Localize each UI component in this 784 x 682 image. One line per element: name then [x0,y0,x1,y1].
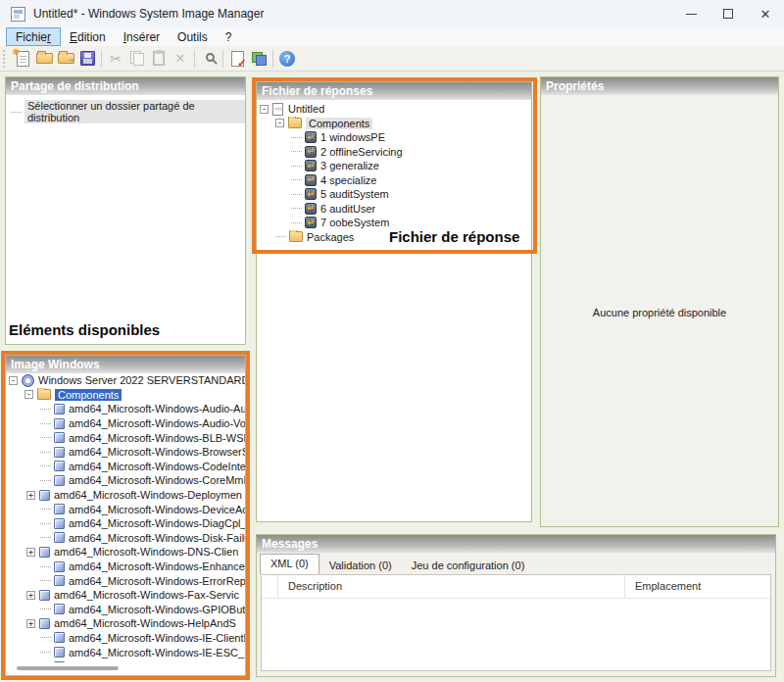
tree-item-untitled[interactable]: Untitled [257,102,531,117]
folder-icon [288,118,302,128]
horizontal-scrollbar[interactable] [8,662,243,673]
save-button[interactable] [76,48,98,70]
tree-expander[interactable] [26,619,35,628]
tree-item-component[interactable]: amd64_Microsoft-Windows-Audio-Volu [6,416,245,431]
delete-icon: ✕ [175,51,186,66]
menu-outils[interactable]: Outils [169,27,217,46]
menu-fichier[interactable]: Fichier [6,27,61,46]
component-icon [39,618,50,629]
menu-bar: Fichier Edition Insérer Outils ? [0,27,784,46]
find-button[interactable] [198,48,220,70]
tree-item-component[interactable]: amd64_Microsoft-Windows-IE-ESC_1 [6,645,245,659]
search-icon [206,53,215,62]
answer-file-tree: Untitled Components 1 windowsPE 2 offlin… [257,100,531,521]
messages-gutter-column [262,575,278,598]
menu-inserer[interactable]: Insérer [115,27,169,46]
tree-item-pass-specialize[interactable]: 4 specialize [257,173,531,188]
tree-item-windows-server-root[interactable]: Windows Server 2022 SERVERSTANDARD [6,373,245,388]
component-icon [54,575,65,586]
paste-button[interactable] [148,48,170,70]
messages-panel: Messages XML (0) Validation (0) Jeu de c… [256,534,776,677]
tree-item-component[interactable]: amd64_Microsoft-Windows-Enhanced [6,560,245,574]
tree-item-component[interactable]: amd64_Microsoft-Windows-CodeInteg [6,460,245,474]
tree-item-component[interactable]: amd64_Microsoft-Windows-Fax-Servic [6,588,245,603]
tree-item-component[interactable]: amd64_Microsoft-Windows-Deploymen [6,488,245,503]
tree-item-component[interactable]: amd64_Microsoft-Windows-DeviceAc [6,502,245,516]
tree-expander[interactable] [24,390,33,399]
component-icon [54,647,65,658]
cut-button[interactable]: ✂ [105,48,126,70]
validate-icon [231,51,244,67]
open-folder-icon [36,53,53,64]
validate-answer-file-button[interactable] [226,48,248,70]
close-button[interactable]: ✕ [747,0,784,27]
open-distribution-share-button[interactable] [55,48,76,70]
delete-button[interactable]: ✕ [170,48,191,70]
properties-panel: Propriétés Aucune propriété disponible [540,76,779,527]
cut-icon: ✂ [110,51,122,67]
minimize-button[interactable] [672,0,710,27]
tree-expander[interactable] [275,119,284,127]
tree-item-components[interactable]: Components [257,117,531,131]
tab-validation[interactable]: Validation (0) [319,557,402,574]
close-icon: ✕ [760,8,771,21]
tree-item-pass-auditsystem[interactable]: 5 auditSystem [257,187,531,202]
tree-item-component[interactable]: amd64_Microsoft-Windows-CoreMmRe [6,473,245,488]
tab-xml[interactable]: XML (0) [260,554,319,574]
tree-item-component[interactable]: amd64_Microsoft-Windows-BrowserSe [6,445,245,460]
tree-item-component[interactable]: amd64_Microsoft-Windows-GPIOButto [6,603,245,617]
tree-expander[interactable] [26,591,35,600]
scrollbar-thumb[interactable] [17,666,119,670]
tree-item-component[interactable]: amd64_Microsoft-Windows-BLB-WSB [6,430,245,445]
component-icon [39,590,50,601]
new-answer-file-button[interactable] [12,48,33,70]
properties-empty-message: Aucune propriété disponible [541,307,778,318]
copy-button[interactable] [126,48,148,70]
tab-configuration-set[interactable]: Jeu de configuration (0) [402,557,535,574]
component-icon [54,604,65,614]
tree-item-component[interactable]: amd64_Microsoft-Windows-HelpAndS [6,616,245,631]
windows-image-tree: Windows Server 2022 SERVERSTANDARD Compo… [6,373,245,675]
maximize-button[interactable] [710,0,747,27]
tree-item-components[interactable]: Components [6,388,245,403]
paste-icon [153,51,165,66]
pass-icon [305,146,317,158]
tree-item-pass-offlineservicing[interactable]: 2 offlineServicing [257,145,531,160]
tree-item-component[interactable]: amd64_Microsoft-Windows-Disk-Failur [6,531,245,546]
tree-item-component[interactable]: amd64_Microsoft-Windows-DNS-Clien [6,545,245,560]
component-icon [54,532,65,543]
component-icon [54,475,65,486]
tree-item-pass-generalize[interactable]: 3 generalize [257,159,531,173]
toolbar-grip[interactable] [3,50,6,68]
tree-item-component[interactable]: amd64_Microsoft-Windows-ErrorRepo [6,573,245,588]
create-configuration-set-button[interactable] [248,48,270,70]
tree-item-component[interactable]: amd64_Microsoft-Windows-DiagCpl_1 [6,516,245,531]
tree-item-pass-audituser[interactable]: 6 auditUser [257,202,531,217]
messages-tabs: XML (0) Validation (0) Jeu de configurat… [260,555,534,574]
tree-item-component[interactable]: amd64_Microsoft-Windows-IE-ClientN [6,631,245,646]
open-answer-file-button[interactable] [33,48,55,70]
annotation-available-elements: Eléments disponibles [9,321,160,338]
tree-connector [11,112,22,113]
component-icon [54,561,65,572]
column-description[interactable]: Description [288,580,342,592]
help-button[interactable]: ? [276,48,298,70]
distribution-share-placeholder-row[interactable]: Sélectionner un dossier partagé de distr… [11,100,245,123]
menu-edition[interactable]: Edition [61,27,115,46]
toolbar: ✂ ✕ ? [0,46,784,72]
tree-expander[interactable] [26,548,35,557]
menu-help[interactable]: ? [217,27,241,46]
tree-item-pass-windowspe[interactable]: 1 windowsPE [257,130,531,145]
pass-icon [305,174,317,186]
share-folder-icon [58,53,74,64]
minimize-icon [686,14,697,15]
tree-expander[interactable] [9,376,18,385]
save-icon [80,51,95,66]
component-icon [54,447,65,458]
column-emplacement[interactable]: Emplacement [624,575,701,598]
tree-item-component[interactable]: amd64_Microsoft-Windows-Audio-Aud [6,402,245,416]
answer-file-panel: Fichier de réponses Untitled Components … [256,81,532,522]
toolbar-separator [272,50,273,68]
tree-expander[interactable] [26,491,35,500]
tree-expander[interactable] [260,105,269,114]
